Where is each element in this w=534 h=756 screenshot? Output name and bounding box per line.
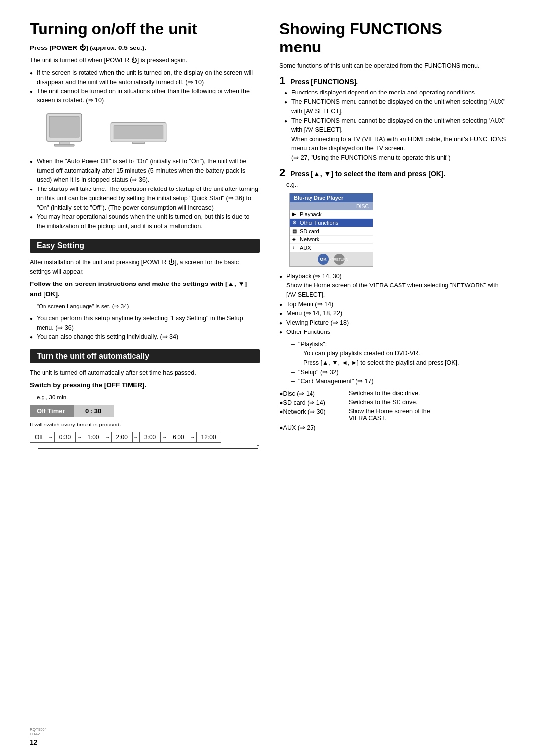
list-item-viewing: Viewing Picture (⇒ 18) xyxy=(279,318,509,328)
functions-menu-box: Blu-ray Disc Player DISC ▶ Playback ⚙ Ot… xyxy=(289,193,373,267)
menu-item-other-functions: ⚙ Other Functions xyxy=(290,219,373,227)
menu-item-aux: ♪ AUX xyxy=(290,244,373,252)
turn-off-para: The unit is turned off automatically aft… xyxy=(30,368,260,378)
functions-intro: Some functions of this unit can be opera… xyxy=(279,61,509,71)
seq-100: 1:00 xyxy=(83,432,104,442)
seq-200: 2:00 xyxy=(112,432,133,442)
disc-left: ●Disc (⇒ 14) xyxy=(279,390,344,397)
easy-setting-para: After installation of the unit and press… xyxy=(30,258,260,277)
sd-left: ●SD card (⇒ 14) xyxy=(279,399,344,406)
step-2-block: 2 Press [▲, ▼] to select the item and pr… xyxy=(279,167,509,267)
sd-icon: ▦ xyxy=(292,228,297,234)
list-item: If the screen is rotated when the unit i… xyxy=(30,68,260,87)
timer-label: Off Timer xyxy=(30,405,74,417)
right-title: Showing FUNCTIONSmenu xyxy=(279,20,509,56)
easy-setting-section: Easy Setting After installation of the u… xyxy=(30,239,260,342)
menu-sub: DISC xyxy=(290,202,373,210)
playlists-text: You can play playlists created on DVD-VR… xyxy=(298,350,420,357)
table-row-network: ●Network (⇒ 30) Show the Home screen of … xyxy=(279,408,509,422)
menu-item-label: Other Functions xyxy=(300,220,338,226)
aux-icon: ♪ xyxy=(292,245,295,250)
page-number: 12 xyxy=(30,738,38,746)
menu-item-label: Playback xyxy=(300,211,322,217)
table-row-sd: ●SD card (⇒ 14) Switches to the SD drive… xyxy=(279,399,509,406)
easy-setting-header: Easy Setting xyxy=(30,239,260,253)
other-functions-icon: ⚙ xyxy=(292,220,297,225)
switch-note: It will switch every time it is pressed. xyxy=(30,421,260,429)
list-item: The FUNCTIONS menu cannot be displayed o… xyxy=(284,116,509,153)
bullets-list-2: When the "Auto Power Off" is set to "On"… xyxy=(30,157,260,231)
menu-item-label: Network xyxy=(300,236,319,242)
follow-note: "On-screen Language" is set. (⇒ 34) xyxy=(37,302,260,311)
timer-value: 0 : 30 xyxy=(74,405,114,417)
network-right: Show the Home screen of theVIERA CAST. xyxy=(349,408,509,422)
power-para1: The unit is turned off when [POWER ⏻] is… xyxy=(30,56,260,65)
seq-arrow-5: → xyxy=(161,432,168,442)
turn-off-section: Turn the unit off automatically The unit… xyxy=(30,349,260,450)
list-item: You can perform this setup anytime by se… xyxy=(30,314,260,332)
seq-arrow-2: → xyxy=(76,432,83,442)
menu-item-playback: ▶ Playback xyxy=(290,210,373,219)
seq-030: 0:30 xyxy=(55,432,76,442)
disc-table: ●Disc (⇒ 14) Switches to the disc drive.… xyxy=(279,390,509,422)
list-item-top-menu: Top Menu (⇒ 14) xyxy=(279,300,509,309)
device-image-1 xyxy=(40,111,99,151)
device-image-2 xyxy=(109,111,168,151)
svg-rect-3 xyxy=(54,144,74,146)
step-1-num: 1 xyxy=(279,75,285,86)
list-item: You can also change this setting individ… xyxy=(30,332,260,342)
sd-right: Switches to the SD drive. xyxy=(349,399,509,406)
list-item: The FUNCTIONS menu cannot be displayed o… xyxy=(284,97,509,116)
ok-button: OK xyxy=(318,254,329,265)
step-1-block: 1 Press [FUNCTIONS]. Functions displayed… xyxy=(279,75,509,162)
turn-off-header: Turn the unit off automatically xyxy=(30,349,260,363)
svg-rect-5 xyxy=(114,125,163,139)
menu-item-label: SD card xyxy=(300,228,319,234)
step-2-title: Press [▲, ▼] to select the item and pres… xyxy=(290,170,445,178)
aux-line: ●AUX (⇒ 25) xyxy=(279,424,509,433)
menu-item-label: AUX xyxy=(300,245,311,251)
menu-item-network: ◈ Network xyxy=(290,236,373,244)
timer-sequence-wrap: Off → 0:30 → 1:00 → 2:00 → 3:00 → 6:00 →… xyxy=(30,432,260,450)
list-item-other: Other Functions xyxy=(279,328,509,337)
playlists-label: "Playlists": You can play playlists crea… xyxy=(286,340,509,368)
svg-rect-6 xyxy=(132,142,145,143)
model-code-block: RQT9504 FHAZ xyxy=(30,727,47,736)
list-item: You may hear operational sounds when the… xyxy=(30,212,260,231)
disc-right: Switches to the disc drive. xyxy=(349,390,509,397)
seq-arrow-4: → xyxy=(133,432,140,442)
after-menu-bullets: Playback (⇒ 14, 30)Show the Home screen … xyxy=(279,272,509,336)
step-1-bullets: Functions displayed depend on the media … xyxy=(284,88,509,162)
card-mgmt-label: "Card Management" (⇒ 17) xyxy=(286,377,509,386)
left-title: Turning on/off the unit xyxy=(30,20,260,38)
timer-sequence: Off → 0:30 → 1:00 → 2:00 → 3:00 → 6:00 →… xyxy=(30,432,221,443)
return-button: ⏎RETURN xyxy=(334,254,345,265)
bullets-list-1: If the screen is rotated when the unit i… xyxy=(30,68,260,105)
list-item: The startup will take time. The operatio… xyxy=(30,185,260,212)
playlists-sub: Press [▲, ▼, ◄, ►] to select the playlis… xyxy=(298,359,459,366)
seq-arrow-6: → xyxy=(189,432,197,442)
eg-label: e.g., 30 min. xyxy=(37,393,260,402)
list-item-menu: Menu (⇒ 14, 18, 22) xyxy=(279,309,509,318)
menu-header: Blu-ray Disc Player xyxy=(290,193,373,202)
list-item-playback: Playback (⇒ 14, 30)Show the Home screen … xyxy=(279,272,509,299)
list-item: Functions displayed depend on the media … xyxy=(284,88,509,97)
timer-row: Off Timer 0 : 30 xyxy=(30,405,260,417)
right-column: Showing FUNCTIONSmenu Some functions of … xyxy=(279,20,509,450)
easy-setting-bullets: You can perform this setup anytime by se… xyxy=(30,314,260,341)
list-item-ref: (⇒ 27, "Using the FUNCTIONS menu to oper… xyxy=(284,153,509,163)
eg-label-right: e.g., xyxy=(286,180,509,189)
model-code: RQT9504 xyxy=(30,727,47,732)
model-sub: FHAZ xyxy=(30,732,47,736)
seq-arrow-3: → xyxy=(104,432,112,442)
seq-600: 6:00 xyxy=(168,432,189,442)
step-2-num: 2 xyxy=(279,167,285,178)
device-images xyxy=(40,111,260,151)
menu-item-sd: ▦ SD card xyxy=(290,227,373,236)
power-subtitle: Press [POWER ⏻] (approx. 0.5 sec.). xyxy=(30,43,260,53)
svg-rect-1 xyxy=(49,116,79,137)
seq-off: Off xyxy=(30,432,47,442)
switch-title: Switch by pressing the [OFF TIMER]. xyxy=(30,380,260,390)
seq-arrow-1: → xyxy=(47,432,55,442)
svg-rect-2 xyxy=(59,142,69,144)
